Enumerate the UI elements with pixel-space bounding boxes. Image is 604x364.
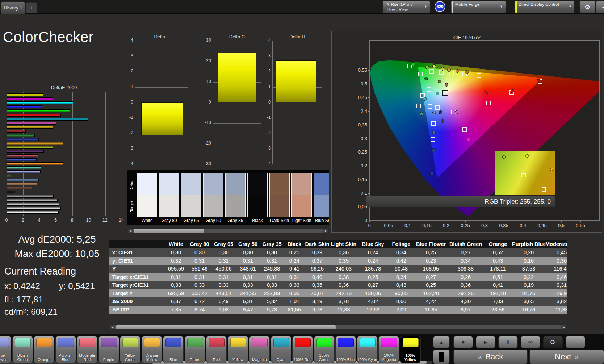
axis-tick-label: 0,4 [352, 108, 367, 114]
de-bar-100-green [7, 109, 70, 112]
patch-label: Green [185, 348, 205, 362]
arrow-up-icon: ▲ [439, 339, 444, 345]
patch-button-100-cyan[interactable]: 100% Cyan [357, 336, 378, 363]
swatch-label: White [137, 218, 158, 223]
de-bar-gray-50 [7, 199, 58, 202]
table-cell: 197,18 [484, 289, 512, 298]
swatch-actual [137, 173, 157, 195]
scroll-left-arrow[interactable]: ◀ [128, 229, 133, 233]
scroll-right-arrow[interactable]: ▶ [323, 229, 328, 233]
patch-button-100-blue[interactable]: 100% Blue [335, 336, 356, 363]
table-scrollbar[interactable]: ◀ ▶ [109, 325, 567, 330]
source-dropdown[interactable]: Mobile Forge ▼ [451, 1, 506, 13]
cie-target-marker [431, 137, 435, 142]
delta-chart-title: Delta C [213, 34, 261, 40]
table-row-label: Target y:CIE31 [109, 281, 164, 289]
table-cell: 9,47 [236, 306, 260, 314]
display-mode-button[interactable] [433, 350, 450, 364]
loop-button[interactable]: ∞ [521, 336, 540, 348]
table-cell: 0,30 [545, 257, 567, 265]
cie-target-marker [435, 105, 440, 110]
back-button[interactable]: « Back [453, 350, 528, 364]
pause-button[interactable]: ‖ [498, 336, 518, 348]
tick-mark [446, 221, 446, 222]
collapse-panel-button[interactable]: ◀ [596, 1, 604, 13]
add-tab-button[interactable]: + [26, 2, 37, 13]
measurement-count-badge[interactable]: 629 [435, 1, 445, 12]
table-cell: 12,63 [358, 306, 388, 314]
patch-button-yellow-green[interactable]: Yellow Green [120, 336, 140, 363]
table-cell: 0,31 [188, 273, 211, 281]
axis-tick-label: -3 [121, 146, 133, 151]
axis-tick-label: -2 [259, 130, 271, 136]
table-cell: 168,95 [414, 265, 448, 273]
table-cell: 70,07 [305, 289, 330, 298]
tick-mark [368, 84, 369, 84]
table-cell: 9,73 [260, 306, 284, 314]
table-cell: 0,31 [545, 281, 567, 289]
patch-button-100-green[interactable]: 100% Green [314, 336, 335, 363]
swatch-target [226, 195, 245, 217]
patch-button-purplish-blue[interactable]: Purplish Blue [55, 336, 76, 363]
patch-button-orange[interactable]: Orange [34, 336, 54, 363]
tab-history-1[interactable]: History 1 [1, 1, 25, 14]
patch-label: Purple [99, 348, 119, 362]
patch-label: Moderate Red [77, 348, 97, 362]
refresh-button[interactable]: ⟳ [543, 336, 563, 348]
patch-button-bluish-green[interactable]: Bluish Green [12, 336, 33, 363]
stop-button[interactable]: ■ [453, 336, 473, 348]
de-bar-foliage [7, 175, 11, 177]
table-cell: 550,42 [188, 289, 211, 298]
patch-button-100-yellow[interactable]: 100% Yellow [400, 336, 421, 363]
patch-button-blue-flower[interactable]: Blue Flower [0, 336, 11, 363]
patch-button-cyan[interactable]: Cyan [271, 336, 291, 363]
meter-dropdown[interactable]: X-Rite i1Pro 3Direct View ▼ [382, 1, 430, 13]
table-cell: 341,55 [236, 289, 260, 298]
calibration-app-window: History 1 + X-Rite i1Pro 3Direct View ▼ … [0, 0, 604, 364]
patch-button-yellow[interactable]: Yellow [228, 336, 248, 363]
swatch-actual [314, 173, 329, 195]
patch-swatch [187, 338, 203, 347]
axis-tick-label: 10 [84, 218, 93, 223]
table-cell: 450,06 [211, 265, 236, 273]
patch-button-100-magenta[interactable]: 100% Magenta [378, 336, 399, 363]
patch-button-purple[interactable]: Purple [98, 336, 119, 363]
play-button[interactable]: ▶ [476, 336, 495, 348]
cie-actual-marker [430, 172, 434, 176]
axis-tick-label: 0,5 [352, 81, 367, 87]
patch-button-green[interactable]: Green [185, 336, 205, 363]
scroll-right-arrow[interactable]: ▶ [561, 325, 566, 329]
workflow-dropdown[interactable]: Direct Display Control ▼ [514, 1, 575, 13]
patch-button-red[interactable]: Red [206, 336, 227, 363]
table-cell: 0,20 [512, 248, 545, 257]
scrollbar-thumb[interactable] [116, 325, 336, 329]
de-bar-orange [7, 162, 63, 165]
swatch-strip-scrollbar[interactable]: ◀ ▶ [127, 228, 329, 234]
table-cell: 246,88 [260, 265, 284, 273]
table-cell: 0,34 [388, 248, 414, 257]
tick-mark [368, 180, 369, 180]
patch-label: Bluish Green [13, 348, 33, 362]
table-header-cell: Gray 35 [260, 240, 284, 248]
next-button[interactable]: Next » [529, 350, 604, 364]
max-de2000-value: Max dE2000: 10,05 [0, 248, 114, 260]
reading-y-value: y: 0,5421 [59, 281, 95, 291]
scrollbar-thumb[interactable] [134, 229, 204, 233]
patch-button-magenta[interactable]: Magenta [249, 336, 270, 363]
patch-swatch [316, 338, 332, 347]
patch-label: Red [206, 348, 226, 362]
knob-button[interactable] [566, 336, 585, 348]
patch-list-up-button[interactable]: ▲ [433, 336, 450, 348]
scroll-left-arrow[interactable]: ◀ [110, 325, 115, 329]
patch-button-orange-yellow[interactable]: Orange Yellow [142, 336, 162, 363]
patch-button-moderate-red[interactable]: Moderate Red [77, 336, 97, 363]
patch-button-100-red[interactable]: 100% Red [292, 336, 313, 363]
table-cell: 0,27 [414, 273, 448, 281]
axis-tick-label: -20 [199, 141, 211, 146]
patch-button-blue[interactable]: Blue [163, 336, 184, 363]
swatch-actual [159, 173, 179, 195]
settings-button[interactable]: ⚙ [579, 1, 595, 13]
table-cell: 0,27 [448, 248, 484, 257]
table-cell: 0,33 [188, 281, 211, 289]
patch-swatch [209, 338, 225, 347]
